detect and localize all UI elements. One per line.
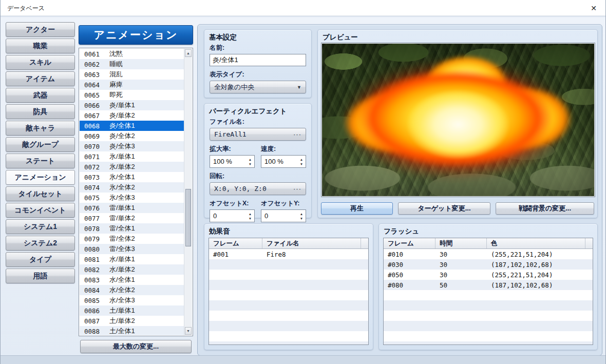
animation-list-item[interactable]: 0078雷/全体1 — [80, 223, 184, 234]
change-maximum-button[interactable]: 最大数の変更... — [80, 340, 192, 353]
sidebar-item[interactable]: アイテム — [6, 71, 75, 86]
sidebar-item[interactable]: 職業 — [6, 39, 75, 53]
animation-list-item[interactable]: 0071氷/単体1 — [80, 151, 184, 162]
display-type-select[interactable]: 全対象の中央 ▼ — [210, 81, 306, 93]
name-input[interactable]: 炎/全体1 — [210, 54, 306, 66]
table-row[interactable] — [384, 290, 593, 300]
sound-effects-table[interactable]: フレームファイル名#001Fire8 — [209, 238, 369, 345]
sidebar-item[interactable]: 武器 — [6, 88, 75, 103]
table-row[interactable] — [209, 290, 368, 300]
table-row[interactable] — [209, 311, 368, 321]
table-header: フレームファイル名 — [209, 238, 368, 249]
table-cell: 30 — [435, 271, 487, 279]
animation-list-item[interactable]: 0073氷/全体1 — [80, 172, 184, 182]
sidebar-item[interactable]: タイルセット — [6, 186, 75, 201]
table-row[interactable] — [384, 331, 593, 341]
ellipsis-icon: ··· — [293, 185, 301, 193]
animation-item-id: 0084 — [84, 286, 107, 294]
table-row[interactable] — [209, 300, 368, 311]
animation-list-item[interactable]: 0076雷/単体1 — [80, 203, 184, 213]
table-row[interactable]: #001Fire8 — [209, 249, 368, 259]
offset-y-stepper[interactable]: 0 ▲▼ — [261, 209, 306, 222]
animation-item-name: 睡眠 — [109, 60, 123, 69]
animation-list-item[interactable]: 0064麻痺 — [80, 80, 184, 90]
table-row[interactable]: #03030(187,102,102,68) — [384, 259, 593, 270]
animation-item-id: 0065 — [84, 91, 107, 99]
particle-file-button[interactable]: FireAll1 ··· — [210, 128, 306, 141]
animation-list-item[interactable]: 0083水/全体1 — [80, 275, 184, 285]
table-column-header[interactable]: ファイル名 — [262, 238, 361, 248]
table-row[interactable] — [384, 341, 593, 345]
particle-effect-title: パーティクルエフェクト — [209, 107, 287, 116]
sidebar-item[interactable]: タイプ — [6, 252, 75, 267]
animation-list-item[interactable]: 0081水/単体1 — [80, 254, 184, 264]
table-column-header[interactable]: フレーム — [384, 238, 435, 248]
sidebar-item[interactable]: アニメーション — [6, 170, 75, 185]
animation-list-item[interactable]: 0086土/単体1 — [80, 305, 184, 316]
table-row[interactable] — [209, 270, 368, 280]
animation-list-item[interactable]: 0082水/単体2 — [80, 264, 184, 275]
offset-x-stepper[interactable]: 0 ▲▼ — [210, 209, 255, 222]
sidebar-item[interactable]: 敵キャラ — [6, 121, 75, 136]
table-column-header[interactable]: 色 — [487, 238, 585, 248]
table-row[interactable] — [384, 300, 593, 311]
animation-list-item[interactable]: 0087土/単体2 — [80, 316, 184, 326]
animation-list-item[interactable]: 0062睡眠 — [80, 59, 184, 69]
animation-list-item[interactable]: 0075氷/全体3 — [80, 193, 184, 203]
animation-list-item[interactable]: 0067炎/単体2 — [80, 110, 184, 121]
table-row[interactable]: #01030(255,221,51,204) — [384, 249, 593, 259]
sidebar-item[interactable]: コモンイベント — [6, 203, 75, 218]
play-button[interactable]: 再生 — [321, 202, 393, 215]
sidebar-item[interactable]: アクター — [6, 22, 75, 37]
list-scrollbar[interactable]: ▲ ▼ — [184, 49, 192, 335]
animation-list-item[interactable]: 0068炎/全体1 — [80, 121, 184, 131]
animation-list-item[interactable]: 0088土/全体1 — [80, 326, 184, 335]
table-row[interactable] — [209, 321, 368, 331]
animation-list-item[interactable]: 0084水/全体2 — [80, 285, 184, 295]
animation-list-item[interactable]: 0085水/全体3 — [80, 295, 184, 305]
scrollbar-thumb[interactable] — [185, 189, 191, 246]
table-row[interactable] — [209, 331, 368, 341]
animation-item-id: 0075 — [84, 194, 107, 202]
table-row[interactable] — [384, 311, 593, 321]
table-column-header[interactable]: 時間 — [435, 238, 487, 248]
animation-list-item[interactable]: 0069炎/全体2 — [80, 131, 184, 141]
sidebar-item[interactable]: システム2 — [6, 236, 75, 251]
animation-list-item[interactable]: 0072氷/単体2 — [80, 162, 184, 172]
animation-list-item[interactable]: 0080雷/全体3 — [80, 244, 184, 254]
speed-value: 100 % — [261, 156, 297, 167]
animation-item-id: 0087 — [84, 317, 107, 325]
table-row[interactable] — [209, 259, 368, 270]
sidebar-item[interactable]: 用語 — [6, 269, 75, 283]
animation-list-item[interactable]: 0077雷/単体2 — [80, 213, 184, 223]
animation-list-item[interactable]: 0074氷/全体2 — [80, 182, 184, 193]
animation-list-item[interactable]: 0070炎/全体3 — [80, 141, 184, 151]
table-row[interactable] — [384, 321, 593, 331]
scale-stepper[interactable]: 100 % ▲▼ — [210, 155, 255, 168]
scroll-down-icon[interactable]: ▼ — [185, 327, 192, 335]
table-row[interactable]: #05030(255,221,51,204) — [384, 270, 593, 280]
animation-list-item[interactable]: 0061沈黙 — [80, 49, 184, 59]
change-target-button[interactable]: ターゲット変更... — [398, 202, 490, 215]
animation-list-item[interactable]: 0065即死 — [80, 90, 184, 100]
table-row[interactable] — [209, 341, 368, 345]
sidebar-item[interactable]: 敵グループ — [6, 137, 75, 152]
change-battle-background-button[interactable]: 戦闘背景の変更... — [496, 202, 594, 215]
table-column-header[interactable]: フレーム — [209, 238, 262, 248]
table-row[interactable] — [209, 280, 368, 290]
rotation-button[interactable]: X:0, Y:0, Z:0 ··· — [210, 182, 306, 195]
animation-list-item[interactable]: 0066炎/単体1 — [80, 100, 184, 110]
sidebar-item[interactable]: スキル — [6, 55, 75, 70]
animation-list-item[interactable]: 0063混乱 — [80, 69, 184, 80]
sidebar-item[interactable]: 防具 — [6, 104, 75, 119]
table-cell: #080 — [384, 281, 435, 289]
close-icon[interactable]: ✕ — [582, 0, 605, 16]
flash-table[interactable]: フレーム時間色#01030(255,221,51,204)#03030(187,… — [383, 238, 593, 345]
scroll-up-icon[interactable]: ▲ — [185, 49, 192, 57]
sidebar-item[interactable]: システム1 — [6, 219, 75, 234]
table-cell: Fire8 — [262, 251, 368, 258]
table-row[interactable]: #08050(187,102,102,68) — [384, 280, 593, 290]
sidebar-item[interactable]: ステート — [6, 154, 75, 168]
speed-stepper[interactable]: 100 % ▲▼ — [261, 155, 306, 168]
animation-list-item[interactable]: 0079雷/全体2 — [80, 234, 184, 244]
